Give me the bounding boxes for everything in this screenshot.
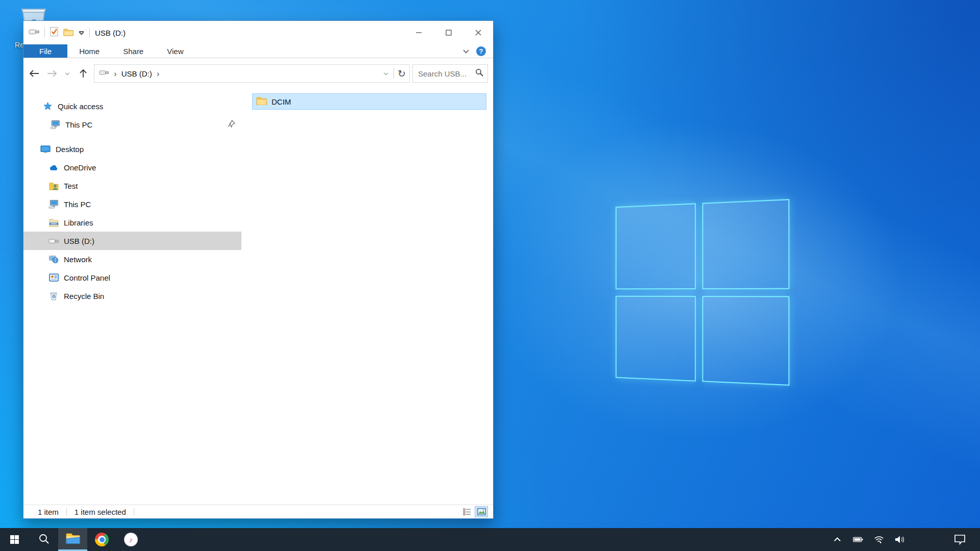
tab-share[interactable]: Share <box>111 44 155 58</box>
usb-drive-icon <box>48 237 59 245</box>
status-bar: 1 item 1 item selected <box>23 505 493 518</box>
logo-pane <box>616 295 696 381</box>
file-explorer-window: USB (D:) File Home Share View ? <box>23 20 494 519</box>
taskbar-search-button[interactable] <box>29 528 58 551</box>
back-button[interactable] <box>26 64 42 83</box>
breadcrumb-chevron-icon[interactable]: › <box>157 69 160 78</box>
sidebar-item-usb-d[interactable]: USB (D:) <box>23 232 241 250</box>
quick-access-toolbar <box>29 27 90 39</box>
usb-drive-icon <box>99 69 109 78</box>
details-view-button[interactable] <box>460 506 474 517</box>
customize-qat-chevron-icon[interactable] <box>79 31 84 34</box>
search-icon <box>38 533 50 546</box>
search-input[interactable] <box>417 69 473 79</box>
itunes-icon: ♪ <box>124 533 138 546</box>
action-center-icon[interactable] <box>946 534 973 545</box>
wallpaper-windows-logo <box>616 199 790 386</box>
taskbar-itunes-button[interactable]: ♪ <box>116 528 145 551</box>
title-bar: USB (D:) <box>23 21 493 44</box>
sidebar-item-quick-access[interactable]: Quick access <box>23 97 241 115</box>
sidebar-item-label: This PC <box>65 120 92 129</box>
battery-icon[interactable] <box>853 536 863 543</box>
navigation-pane: Quick access This PC <box>23 89 241 505</box>
pin-icon <box>228 120 235 129</box>
usb-drive-icon <box>29 28 40 38</box>
file-list-pane[interactable]: DCIM <box>241 89 493 505</box>
svg-text:♻: ♻ <box>52 294 55 299</box>
properties-icon[interactable] <box>50 27 59 39</box>
folder-icon <box>256 96 267 107</box>
onedrive-cloud-icon <box>48 164 59 171</box>
sidebar-item-libraries[interactable]: Libraries <box>23 213 241 232</box>
window-controls <box>404 21 493 44</box>
sidebar-item-network[interactable]: Network <box>23 250 241 268</box>
user-folder-icon <box>48 182 59 190</box>
maximize-button[interactable] <box>434 21 463 44</box>
navigation-bar: › USB (D:) › ↻ <box>23 58 493 89</box>
address-history-chevron-icon[interactable] <box>378 65 394 82</box>
sidebar-item-control-panel[interactable]: Control Panel <box>23 268 241 287</box>
close-button[interactable] <box>463 21 493 44</box>
up-button[interactable] <box>75 64 91 83</box>
sidebar-item-desktop[interactable]: Desktop <box>23 140 241 158</box>
tab-file[interactable]: File <box>23 44 67 58</box>
ribbon-tab-bar: File Home Share View ? <box>23 44 493 58</box>
expand-ribbon-chevron-icon[interactable] <box>463 47 469 53</box>
taskbar-chrome-button[interactable] <box>87 528 116 551</box>
breadcrumb-chevron-icon[interactable]: › <box>114 69 117 78</box>
large-icons-view-button[interactable] <box>475 506 488 517</box>
file-item-dcim[interactable]: DCIM <box>252 93 486 110</box>
wifi-icon[interactable] <box>874 535 884 544</box>
libraries-icon <box>48 218 59 227</box>
new-folder-icon[interactable] <box>63 28 74 38</box>
minimize-button[interactable] <box>404 21 434 44</box>
taskbar: ♪ <box>0 528 980 551</box>
volume-icon[interactable] <box>895 535 905 544</box>
window-title: USB (D:) <box>95 29 126 37</box>
chrome-icon <box>95 533 109 546</box>
system-tray <box>832 528 980 551</box>
taskbar-file-explorer-button[interactable] <box>58 528 87 551</box>
sidebar-item-label: Test <box>64 182 78 190</box>
this-pc-icon <box>48 199 59 209</box>
sidebar-group-gap <box>23 134 241 140</box>
window-body: Quick access This PC <box>23 89 493 505</box>
logo-pane <box>616 203 696 289</box>
recycle-bin-icon: ♻ <box>48 291 59 300</box>
tab-view[interactable]: View <box>155 44 195 58</box>
start-button[interactable] <box>0 528 29 551</box>
start-icon <box>10 535 19 544</box>
search-box[interactable] <box>412 64 488 83</box>
sidebar-item-this-pc[interactable]: This PC <box>23 195 241 213</box>
sidebar-item-label: Control Panel <box>64 273 110 282</box>
desktop: ♻ Recycle Bin <box>0 0 980 551</box>
desktop-icon <box>40 145 51 154</box>
recent-locations-chevron-icon[interactable] <box>61 64 74 83</box>
tab-home[interactable]: Home <box>67 44 111 58</box>
selection-count: 1 item selected <box>75 508 126 516</box>
search-icon[interactable] <box>475 68 483 79</box>
forward-button[interactable] <box>43 64 60 83</box>
control-panel-icon <box>48 273 59 282</box>
breadcrumb-usb-d[interactable]: USB (D:) <box>121 69 152 78</box>
refresh-icon[interactable]: ↻ <box>394 65 409 82</box>
sidebar-item-onedrive[interactable]: OneDrive <box>23 158 241 177</box>
help-icon[interactable]: ? <box>476 46 486 56</box>
divider <box>89 28 90 38</box>
logo-pane <box>702 199 789 289</box>
divider <box>66 508 67 516</box>
sidebar-item-this-pc-pinned[interactable]: This PC <box>23 115 241 134</box>
sidebar-item-label: Desktop <box>56 145 84 154</box>
sidebar-item-label: Recycle Bin <box>64 292 104 300</box>
address-bar[interactable]: › USB (D:) › ↻ <box>94 64 410 83</box>
sidebar-item-label: This PC <box>64 200 91 209</box>
sidebar-item-test[interactable]: Test <box>23 177 241 195</box>
sidebar-item-label: Quick access <box>58 102 103 111</box>
item-count: 1 item <box>38 508 59 516</box>
sidebar-item-label: USB (D:) <box>64 237 94 245</box>
file-explorer-icon <box>66 533 80 546</box>
sidebar-item-recycle-bin[interactable]: ♻ Recycle Bin <box>23 287 241 305</box>
file-item-label: DCIM <box>272 97 291 106</box>
this-pc-icon <box>50 120 61 129</box>
tray-chevron-icon[interactable] <box>832 536 842 543</box>
